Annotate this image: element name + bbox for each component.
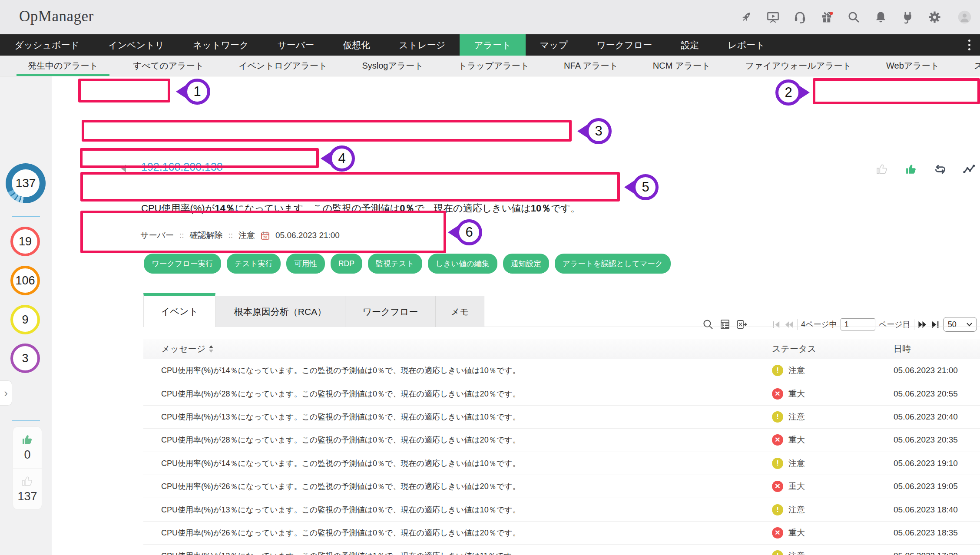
tab-events[interactable]: イベント <box>143 293 215 327</box>
table-search-icon[interactable] <box>702 319 714 330</box>
notification-settings-button[interactable]: 通知設定 <box>503 254 549 274</box>
availability-button[interactable]: 可用性 <box>286 254 325 274</box>
nav-item-network[interactable]: ネットワーク <box>179 34 263 56</box>
page-number-input[interactable] <box>841 318 875 330</box>
nav-item-inventory[interactable]: インベントリ <box>94 34 179 56</box>
main-nav: ダッシュボード インベントリ ネットワーク サーバー 仮想化 ストレージ アラー… <box>0 34 980 56</box>
chevron-down-icon <box>967 323 972 327</box>
thumb-up-outline-icon[interactable] <box>875 162 889 178</box>
bell-icon[interactable] <box>874 10 887 24</box>
status-icon <box>772 481 783 492</box>
event-row[interactable]: CPU使用率(%)が28％になっています。この監視の予測値は0％で、現在の適応し… <box>143 429 980 452</box>
annotation-box-1 <box>78 79 170 102</box>
event-row[interactable]: CPU使用率(%)が14％になっています。この監視の予測値は0％で、現在の適応し… <box>143 359 980 382</box>
first-page-icon[interactable] <box>772 320 781 329</box>
subnav-nfa-alerts[interactable]: NFA アラート <box>546 56 636 76</box>
event-row[interactable]: CPU使用率(%)が13％になっています。この監視の予測値は0％で、現在の適応し… <box>143 498 980 521</box>
edit-threshold-button[interactable]: しきい値の編集 <box>428 254 497 274</box>
opmanager-screen: OpManager <box>0 0 980 555</box>
severity-counter-critical[interactable]: 19 <box>10 227 40 256</box>
sort-icons[interactable] <box>209 345 213 353</box>
table-toolbar <box>702 319 748 330</box>
execute-workflow-button[interactable]: ワークフロー実行 <box>144 254 221 274</box>
annotation-box-4 <box>80 148 319 168</box>
sidebar-expand-button[interactable]: › <box>0 380 12 406</box>
page-size-select[interactable]: 50 <box>943 317 977 332</box>
subnav-storage-alerts[interactable]: ストレー <box>957 56 980 76</box>
event-row[interactable]: CPU使用率(%)が26％になっています。この監視の予測値は0％で、現在の適応し… <box>143 522 980 545</box>
nav-item-alerts[interactable]: アラート <box>460 34 525 56</box>
mark-false-positive-button[interactable]: アラートを誤認としてマーク <box>555 254 671 274</box>
annotation-marker-5: 5 <box>632 174 659 200</box>
monitor-test-button[interactable]: 監視テスト <box>368 254 422 274</box>
next-page-icon[interactable] <box>918 320 927 329</box>
tab-rca[interactable]: 根本原因分析（RCA） <box>215 296 345 327</box>
severity-counter-attention[interactable]: 9 <box>10 305 40 334</box>
nav-item-workflow[interactable]: ワークフロー <box>582 34 666 56</box>
top-header: OpManager <box>0 0 980 34</box>
gift-icon[interactable] <box>820 10 834 24</box>
nav-item-maps[interactable]: マップ <box>526 34 582 56</box>
kebab-menu-icon[interactable] <box>959 34 980 56</box>
nav-item-reports[interactable]: レポート <box>713 34 779 56</box>
severity-counter-trouble[interactable]: 106 <box>10 266 40 295</box>
rocket-icon[interactable] <box>739 10 753 24</box>
presentation-play-icon[interactable] <box>766 10 780 24</box>
column-header-message[interactable]: メッセージ <box>143 343 772 355</box>
subnav-web-alerts[interactable]: Webアラート <box>869 56 957 76</box>
plug-icon[interactable] <box>901 10 914 24</box>
prev-page-icon[interactable] <box>785 320 794 329</box>
table-header: メッセージ ステータス 日時 <box>143 339 980 359</box>
status-icon <box>772 527 783 538</box>
last-page-icon[interactable] <box>930 320 940 329</box>
subnav-all-alerts[interactable]: すべてのアラート <box>116 56 221 76</box>
subnav-ncm-alerts[interactable]: NCM アラート <box>636 56 728 76</box>
recurring-icon[interactable] <box>934 162 947 178</box>
thumb-up-green-icon <box>21 433 34 446</box>
event-row[interactable]: CPU使用率(%)が26％になっています。この監視の予測値は0％で、現在の適応し… <box>143 475 980 498</box>
events-table: メッセージ ステータス 日時 CPU使用率(%)が14％になっています。この監視… <box>143 339 980 555</box>
subnav-trap-alerts[interactable]: トラップアラート <box>441 56 546 76</box>
annotation-box-3 <box>82 120 572 142</box>
grid-view-icon[interactable] <box>719 319 731 330</box>
headset-icon[interactable] <box>793 10 807 24</box>
thumb-up-acknowledged[interactable]: 0 <box>13 427 42 469</box>
status-icon <box>772 388 783 400</box>
column-header-datetime: 日時 <box>894 343 980 355</box>
alerts-subnav: 発生中のアラート すべてのアラート イベントログアラート Syslogアラート … <box>0 56 980 76</box>
nav-item-settings[interactable]: 設定 <box>666 34 713 56</box>
test-run-button[interactable]: テスト実行 <box>227 254 281 274</box>
nav-item-dashboard[interactable]: ダッシュボード <box>0 34 94 56</box>
event-row[interactable]: CPU使用率(%)が28％になっています。この監視の予測値は0％で、現在の適応し… <box>143 382 980 405</box>
graph-icon[interactable] <box>963 162 976 178</box>
search-icon[interactable] <box>847 10 861 24</box>
alert-action-toolbar <box>875 162 980 178</box>
status-icon <box>772 458 783 469</box>
rdp-button[interactable]: RDP <box>331 254 362 274</box>
acknowledge-card: 0 137 <box>13 426 42 510</box>
export-excel-icon[interactable] <box>736 319 748 330</box>
nav-item-server[interactable]: サーバー <box>263 34 328 56</box>
subnav-firewall-alerts[interactable]: ファイアウォールアラート <box>728 56 869 76</box>
subnav-eventlog-alerts[interactable]: イベントログアラート <box>221 56 344 76</box>
event-row[interactable]: CPU使用率(%)が13％になっています。この監視の予測値は0％で、現在の適応し… <box>143 406 980 429</box>
total-alerts-donut[interactable]: 137 <box>6 163 46 203</box>
gear-icon[interactable] <box>928 10 941 24</box>
nav-item-virtualization[interactable]: 仮想化 <box>328 34 384 56</box>
thumb-up-unacknowledged[interactable]: 137 <box>13 469 42 510</box>
pages-total-label: 4ページ中 <box>801 319 837 330</box>
annotation-marker-1: 1 <box>184 79 210 105</box>
event-row[interactable]: CPU使用率(%)が13％になっています。この監視の予測値は1％で、現在の適応し… <box>143 545 980 555</box>
subnav-syslog-alerts[interactable]: Syslogアラート <box>344 56 440 76</box>
nav-item-storage[interactable]: ストレージ <box>384 34 460 56</box>
status-icon <box>772 504 783 515</box>
event-row[interactable]: CPU使用率(%)が14％になっています。この監視の予測値は0％で、現在の適応し… <box>143 452 980 475</box>
severity-counter-service-down[interactable]: 3 <box>10 344 40 373</box>
tab-notes[interactable]: メモ <box>436 296 484 327</box>
user-avatar[interactable] <box>955 8 974 27</box>
status-icon <box>772 434 783 446</box>
thumb-up-filled-icon[interactable] <box>904 162 918 178</box>
tab-workflow[interactable]: ワークフロー <box>345 296 436 327</box>
subnav-active-alarms[interactable]: 発生中のアラート <box>10 56 116 76</box>
annotation-marker-6: 6 <box>456 219 482 245</box>
